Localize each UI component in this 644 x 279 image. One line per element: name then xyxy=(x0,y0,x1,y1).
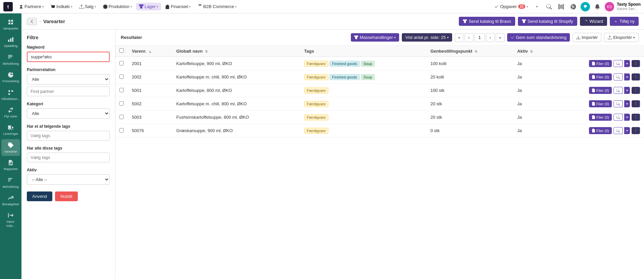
nav-finansiel[interactable]: Finansiel ▾ xyxy=(162,3,194,10)
search-row-button[interactable] xyxy=(613,100,623,107)
save-standard-button[interactable]: Gem som standardvisning xyxy=(507,33,570,42)
barcode-icon[interactable] xyxy=(556,2,566,11)
search-row-button[interactable] xyxy=(613,87,623,94)
sidebar-item-beholdning2[interactable]: Beholdning xyxy=(1,174,20,191)
tags-all-input[interactable] xyxy=(27,153,110,162)
add-new-button[interactable]: Tilføj ny xyxy=(610,17,639,26)
page-input[interactable] xyxy=(474,33,485,42)
more-actions-button[interactable]: ⋮ xyxy=(632,60,640,67)
col-aktiv[interactable]: Aktiv ⇅ xyxy=(513,46,550,57)
search-row-dropdown-button[interactable]: ▾ xyxy=(624,114,630,121)
cell-aktiv: Ja xyxy=(513,124,550,137)
nav-salg[interactable]: Salg ▾ xyxy=(76,3,99,10)
col-globaltnavn[interactable]: Globalt navn ⇅ xyxy=(172,46,300,57)
export-label: Eksportér xyxy=(613,35,632,40)
apply-button[interactable]: Anvend xyxy=(27,191,52,201)
search-row-button[interactable] xyxy=(613,73,623,80)
bell-icon[interactable] xyxy=(593,2,602,11)
files-button[interactable]: Filer (0) xyxy=(589,127,612,134)
files-button[interactable]: Filer (0) xyxy=(589,73,612,80)
row-checkbox[interactable] xyxy=(119,115,124,119)
nav-b2b[interactable]: B2B Commerce ▾ xyxy=(195,3,239,10)
files-button[interactable]: Filer (0) xyxy=(589,100,612,107)
partner-search-input[interactable] xyxy=(27,87,110,96)
cell-genbestilling: 20 stk xyxy=(426,111,513,124)
send-bravo-label: Send katalog til Bravo xyxy=(469,19,511,24)
active-select[interactable]: -- Alle -- xyxy=(27,174,110,185)
row-checkbox[interactable] xyxy=(119,128,124,132)
more-actions-button[interactable]: ⋮ xyxy=(632,114,640,121)
last-page-button[interactable]: » xyxy=(496,33,504,42)
sidebar-item-rapporter[interactable]: Rapporter xyxy=(1,157,20,173)
sidebar-item-haandskann[interactable]: Håndskann... xyxy=(1,87,20,103)
chat-button[interactable] xyxy=(581,2,590,11)
nav-opgaver[interactable]: Opgaver 23 ▾ xyxy=(491,3,531,10)
chevron-down-icon: ▾ xyxy=(527,5,528,8)
row-checkbox[interactable] xyxy=(119,74,124,79)
cell-globaltnavn: Kartoffelsuppe m. chili, 800 ml, ØKO xyxy=(172,97,300,111)
per-page-button[interactable]: Vist antal pr. side: 25 ▾ xyxy=(402,33,452,42)
col-genbestilling[interactable]: Genbestillingspunkt ⇅ xyxy=(426,46,513,57)
wizard-button[interactable]: Wizard xyxy=(580,17,607,26)
search-row-dropdown-button[interactable]: ▾ xyxy=(624,73,630,80)
send-bravo-button[interactable]: Send katalog til Bravo xyxy=(459,17,515,26)
sidebar-item-forecasting[interactable]: Forecasting xyxy=(1,69,20,86)
globe-icon[interactable] xyxy=(569,2,578,11)
files-button[interactable]: Filer (0) xyxy=(589,114,612,121)
category-select[interactable]: Alle xyxy=(27,108,110,119)
sidebar-label: Varepartier xyxy=(3,26,18,30)
search-row-button[interactable] xyxy=(613,127,623,134)
reset-button[interactable]: Nulstil xyxy=(55,191,77,201)
back-button[interactable] xyxy=(27,18,37,25)
more-actions-button[interactable]: ⋮ xyxy=(632,73,640,80)
search-row-dropdown-button[interactable]: ▾ xyxy=(624,127,630,134)
more-actions-button[interactable]: ⋮ xyxy=(632,87,640,94)
user-info: Tasty Spoon Katrine Søn... xyxy=(617,2,641,11)
import-button[interactable]: Importér xyxy=(573,33,601,42)
next-page-button[interactable]: › xyxy=(486,33,495,42)
nav-partnere[interactable]: Partnere ▾ xyxy=(16,3,47,10)
tags-any-input[interactable] xyxy=(27,131,110,141)
filter-tags-any-section: Har et af følgende tags xyxy=(27,124,110,141)
select-all-checkbox[interactable] xyxy=(119,48,124,53)
search-icon[interactable] xyxy=(544,2,554,11)
sidebar-item-beholdning[interactable]: Beholdning xyxy=(1,51,20,68)
nav-lager[interactable]: Lager ▾ xyxy=(136,3,161,10)
cell-actions: Filer (0) ▾ ⋮ xyxy=(550,70,644,84)
search-row-button[interactable] xyxy=(613,60,623,67)
row-checkbox[interactable] xyxy=(119,88,124,92)
keyword-input[interactable] xyxy=(27,52,110,62)
more-actions-button[interactable]: ⋮ xyxy=(632,100,640,107)
search-row-dropdown-button[interactable]: ▾ xyxy=(624,100,630,107)
files-button[interactable]: Filer (0) xyxy=(589,60,612,67)
row-checkbox[interactable] xyxy=(119,101,124,106)
first-page-button[interactable]: « xyxy=(455,33,464,42)
sidebar-item-optaelling[interactable]: Optælling xyxy=(1,34,20,50)
sidebar-item-flyt-varer[interactable]: Flyt varer xyxy=(1,104,20,121)
avatar[interactable]: KS xyxy=(605,2,614,11)
table-row: 50076Græskarsuppe, 900 ml, ØKOFærdigvare… xyxy=(115,124,644,137)
app-logo[interactable]: t xyxy=(3,2,13,11)
prev-page-button[interactable]: ‹ xyxy=(465,33,473,42)
table-header-row: Varenr. ▲ Globalt navn ⇅ Tags xyxy=(115,46,644,57)
send-shopify-button[interactable]: Send katalog til Shopify xyxy=(518,17,577,26)
search-row-dropdown-button[interactable]: ▾ xyxy=(624,60,630,67)
col-varenr[interactable]: Varenr. ▲ xyxy=(128,46,172,57)
search-row-button[interactable] xyxy=(613,114,623,121)
nav-produktion[interactable]: Produktion ▾ xyxy=(100,3,135,10)
add-button[interactable]: + xyxy=(532,2,542,11)
mass-actions-button[interactable]: Massehandlinger ▾ xyxy=(351,33,399,42)
sidebar-item-varearter[interactable]: Varearter xyxy=(1,139,20,156)
export-button[interactable]: Eksportér ▾ xyxy=(604,33,639,42)
row-checkbox[interactable] xyxy=(119,61,124,65)
files-button[interactable]: Filer (0) xyxy=(589,87,612,94)
search-row-dropdown-button[interactable]: ▾ xyxy=(624,87,630,94)
partner-select[interactable]: Alle xyxy=(27,74,110,85)
sidebar-item-leveringer[interactable]: Leveringer xyxy=(1,121,20,138)
sidebar-item-varepartier[interactable]: Varepartier xyxy=(1,16,20,33)
nav-indkob[interactable]: Indkøb ▾ xyxy=(48,3,75,10)
sidebar-item-input-output[interactable]: Input-outp... xyxy=(1,209,20,230)
results-panel: Resultater Massehandlinger ▾ Vist antal … xyxy=(115,30,644,279)
more-actions-button[interactable]: ⋮ xyxy=(632,127,640,134)
sidebar-item-bevaegelser[interactable]: Bevægelser xyxy=(1,192,20,209)
